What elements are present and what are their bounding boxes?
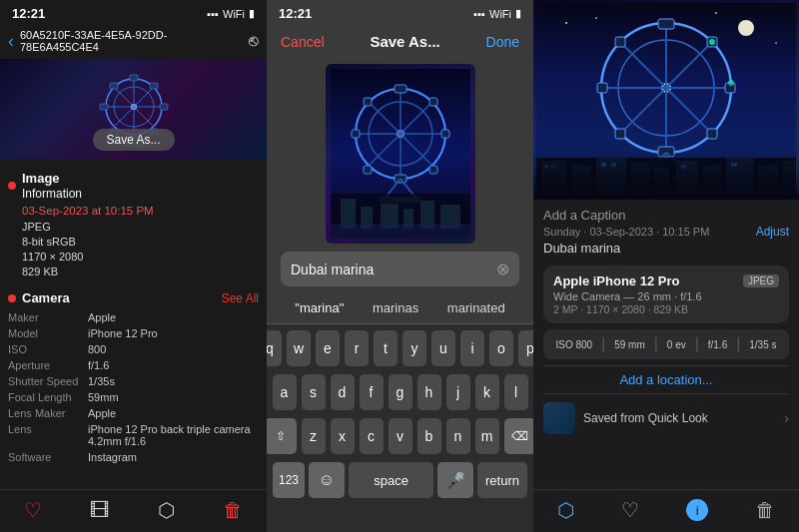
skyline-overlay <box>533 150 799 200</box>
mid-status-bar: 12:21 ▪▪▪ WiFi ▮ <box>267 0 533 25</box>
battery-icon: ▮ <box>249 7 255 20</box>
svg-rect-13 <box>150 83 158 89</box>
key-s[interactable]: s <box>302 374 326 410</box>
ac-item-0[interactable]: "marina" <box>295 300 344 315</box>
adjust-button[interactable]: Adjust <box>756 225 789 239</box>
right-share-button[interactable]: ⬡ <box>557 498 574 522</box>
key-r[interactable]: r <box>345 330 369 366</box>
right-bottom-toolbar: ⬡ ♡ i 🗑 <box>533 489 799 532</box>
see-all-link[interactable]: See All <box>222 291 259 305</box>
info-color-row: 8-bit sRGB <box>0 234 267 249</box>
key-shift[interactable]: ⇧ <box>267 418 297 454</box>
quick-look-row[interactable]: Saved from Quick Look › <box>533 394 799 438</box>
key-a[interactable]: a <box>273 374 297 410</box>
model-row: Model iPhone 12 Pro <box>0 325 267 341</box>
cancel-button[interactable]: Cancel <box>281 34 325 50</box>
lens-maker-row: Lens Maker Apple <box>0 405 267 421</box>
shutter-row: Shutter Speed 1/35s <box>0 373 267 389</box>
mid-header: Cancel Save As... Done <box>267 25 533 56</box>
key-v[interactable]: v <box>389 418 412 454</box>
key-u[interactable]: u <box>431 330 455 366</box>
mid-time: 12:21 <box>279 6 312 21</box>
jpeg-badge: JPEG <box>743 274 779 287</box>
image-date: 03-Sep-2023 at 10:15 PM <box>0 205 267 219</box>
wifi-icon: WiFi <box>223 8 245 20</box>
right-heart-button[interactable]: ♡ <box>621 498 639 522</box>
key-q[interactable]: q <box>267 330 282 366</box>
svg-point-50 <box>595 17 597 19</box>
left-status-bar: 12:21 ▪▪▪ WiFi ▮ <box>0 0 267 25</box>
software-row: Software Instagram <box>0 449 267 465</box>
left-time: 12:21 <box>12 6 45 21</box>
key-emoji[interactable]: ☺ <box>309 462 345 498</box>
key-return[interactable]: return <box>477 462 527 498</box>
film-button[interactable]: 🎞 <box>90 499 110 522</box>
key-o[interactable]: o <box>489 330 513 366</box>
key-h[interactable]: h <box>417 374 441 410</box>
ac-item-2[interactable]: marinated <box>447 300 505 315</box>
key-f[interactable]: f <box>360 374 384 410</box>
key-m[interactable]: m <box>475 418 499 454</box>
key-z[interactable]: z <box>302 418 326 454</box>
add-location-button[interactable]: Add a location... <box>543 365 789 394</box>
right-image-area <box>533 0 799 200</box>
key-mic[interactable]: 🎤 <box>437 462 473 498</box>
right-trash-button[interactable]: 🗑 <box>755 499 775 522</box>
share-icon[interactable]: ⎋ <box>249 32 259 50</box>
key-backspace[interactable]: ⌫ <box>504 418 534 454</box>
iso-row: ISO 800 <box>0 341 267 357</box>
right-caption-area: Add a Caption Sunday · 03-Sep-2023 · 10:… <box>533 200 799 260</box>
ac-item-1[interactable]: marinas <box>373 300 418 315</box>
key-t[interactable]: t <box>374 330 398 366</box>
done-button[interactable]: Done <box>486 34 519 50</box>
key-d[interactable]: d <box>331 374 355 410</box>
key-l[interactable]: l <box>504 374 528 410</box>
maker-row: Maker Apple <box>0 309 267 325</box>
key-p[interactable]: p <box>518 330 533 366</box>
key-x[interactable]: x <box>331 418 355 454</box>
mid-wifi-icon: WiFi <box>489 8 511 20</box>
device-name: Apple iPhone 12 Pro <box>553 273 679 288</box>
key-n[interactable]: n <box>446 418 470 454</box>
svg-point-89 <box>709 39 715 45</box>
mid-battery-icon: ▮ <box>515 7 521 20</box>
mid-signal-icon: ▪▪▪ <box>473 8 485 20</box>
info-size-row: 829 KB <box>0 264 267 278</box>
back-button[interactable]: ‹ <box>8 31 14 52</box>
right-info-button[interactable]: i <box>686 499 708 521</box>
trash-button[interactable]: 🗑 <box>223 499 243 522</box>
camera-section-label: Camera <box>22 290 216 305</box>
key-w[interactable]: w <box>287 330 311 366</box>
svg-rect-10 <box>160 104 168 110</box>
svg-rect-30 <box>441 130 449 138</box>
quick-look-icon <box>543 402 575 434</box>
heart-button[interactable]: ♡ <box>24 498 42 522</box>
mid-input-area: Dubai marina ⊗ <box>267 252 533 292</box>
signal-icon: ▪▪▪ <box>207 8 219 20</box>
mid-status-icons: ▪▪▪ WiFi ▮ <box>473 7 521 20</box>
exif-aperture: f/1.6 <box>708 339 727 350</box>
svg-rect-32 <box>429 166 437 174</box>
save-as-overlay-button[interactable]: Save As... <box>92 129 174 151</box>
key-c[interactable]: c <box>360 418 384 454</box>
image-thumbnail: Save As... <box>0 59 267 159</box>
key-b[interactable]: b <box>417 418 441 454</box>
mid-image-frame <box>326 64 475 244</box>
key-k[interactable]: k <box>475 374 499 410</box>
caption-date: Sunday · 03-Sep-2023 · 10:15 PM <box>543 226 709 238</box>
left-panel: 12:21 ▪▪▪ WiFi ▮ ‹ 60A5210F-33AE-4E5A-92… <box>0 0 267 532</box>
key-i[interactable]: i <box>460 330 484 366</box>
add-caption-placeholder[interactable]: Add a Caption <box>543 208 789 223</box>
share-button[interactable]: ⬡ <box>158 498 175 522</box>
key-123[interactable]: 123 <box>273 462 305 498</box>
filename-input[interactable]: Dubai marina ⊗ <box>281 252 519 286</box>
key-e[interactable]: e <box>316 330 340 366</box>
mid-ferris-image <box>331 69 470 239</box>
svg-rect-29 <box>352 130 360 138</box>
clear-input-button[interactable]: ⊗ <box>496 260 509 278</box>
device-specs: 2 MP · 1170 × 2080 · 829 KB <box>553 303 779 315</box>
key-g[interactable]: g <box>389 374 412 410</box>
key-space[interactable]: space <box>349 462 433 498</box>
key-j[interactable]: j <box>446 374 470 410</box>
key-y[interactable]: y <box>402 330 426 366</box>
